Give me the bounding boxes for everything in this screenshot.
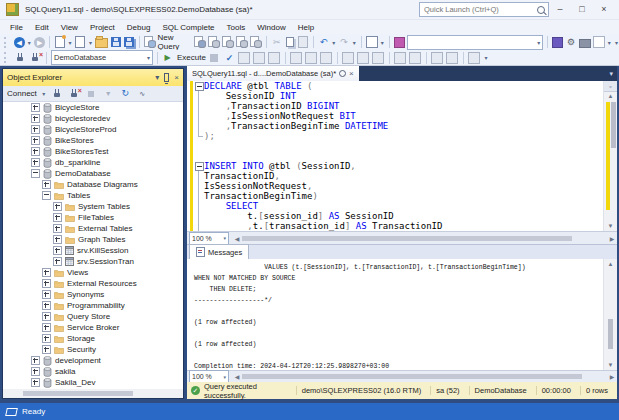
expand-icon[interactable] [42, 312, 51, 321]
scroll-left-icon[interactable]: ◀ [232, 235, 242, 242]
scroll-down-icon[interactable]: ▼ [604, 221, 617, 231]
query-tab[interactable]: SQLQuery11.sql - d....DemoDatabase (sa)*… [187, 66, 359, 81]
execute-button[interactable]: Execute [177, 53, 206, 62]
code-line[interactable]: t.[session_id] AS SessionID [187, 211, 604, 221]
menu-file[interactable]: File [4, 22, 29, 33]
tree-item[interactable]: BicycleStoreProd [3, 124, 183, 135]
expand-icon[interactable] [31, 125, 40, 134]
code-line[interactable]: ,t.[transaction_id] AS TransactionID [187, 221, 604, 231]
pin-icon[interactable] [164, 73, 169, 82]
messages-scroll-thumb[interactable] [608, 319, 613, 349]
toolbox-button[interactable] [579, 36, 591, 49]
expand-icon[interactable] [42, 180, 51, 189]
editor-hscrollbar[interactable] [242, 234, 607, 243]
new-analysis-query-button-1[interactable] [208, 36, 220, 49]
pin-tab-icon[interactable] [339, 70, 346, 77]
expand-icon[interactable] [53, 246, 62, 255]
menu-debug[interactable]: Debug [121, 22, 157, 33]
code-line[interactable] [187, 151, 604, 161]
tree-item[interactable]: Views [3, 267, 183, 278]
tree-item[interactable]: BikeStores [3, 135, 183, 146]
new-analysis-query-button-2[interactable] [222, 36, 234, 49]
tree-item[interactable]: DemoDatabase [3, 168, 183, 179]
disconnect-icon-button[interactable]: × [29, 51, 42, 64]
quick-launch-box[interactable] [419, 2, 549, 17]
collapse-icon[interactable] [31, 169, 40, 178]
code-line[interactable]: DECLARE @tbl TABLE ( [187, 81, 604, 91]
display-estimated-plan-button[interactable] [238, 51, 251, 64]
indent-button[interactable] [431, 51, 444, 64]
chevron-down-icon[interactable]: ▾ [223, 374, 226, 380]
command-window-button[interactable] [593, 36, 605, 49]
add-item-button[interactable] [75, 36, 86, 49]
tree-item[interactable]: Query Store [3, 311, 183, 322]
close-icon[interactable]: × [174, 73, 179, 82]
window-position-icon[interactable]: ▾ [155, 73, 159, 82]
code-line[interactable]: SELECT [187, 201, 604, 211]
client-statistics-button[interactable] [320, 51, 333, 64]
scroll-down-icon[interactable]: ▼ [604, 360, 617, 370]
copy-button[interactable] [284, 36, 295, 49]
quick-launch-input[interactable] [422, 4, 537, 15]
menu-help[interactable]: Help [292, 22, 320, 33]
code-line[interactable]: ,IsSessionNotRequest BIT [187, 111, 604, 121]
disconnect-icon[interactable]: × [68, 87, 81, 100]
paste-button[interactable] [298, 36, 309, 49]
chevron-down-icon[interactable]: ▾ [534, 39, 540, 46]
tree-item[interactable]: bicyclestoredev [3, 113, 183, 124]
navigate-forward-button[interactable]: ▶ [34, 36, 45, 49]
expand-icon[interactable] [42, 268, 51, 277]
undo-button[interactable]: ↶ [318, 36, 329, 49]
tree-item[interactable]: System Tables [3, 201, 183, 212]
tree-item[interactable]: srv.SessionTran [3, 256, 183, 267]
tree-item[interactable]: BicycleStore [3, 102, 183, 113]
new-file-button[interactable] [54, 36, 65, 49]
tree-item[interactable]: srv.KillSession [3, 245, 183, 256]
code-line[interactable]: ,TransactionID BIGINT [187, 101, 604, 111]
new-analysis-query-button-4[interactable] [250, 36, 262, 49]
uncomment-button[interactable] [409, 51, 422, 64]
redo-dropdown[interactable]: ▾ [352, 39, 357, 46]
open-file-button[interactable] [95, 36, 108, 49]
parse-button[interactable]: ✓ [223, 51, 236, 64]
collapse-icon[interactable] [42, 191, 51, 200]
command-window-dropdown[interactable]: ▾ [607, 39, 612, 46]
code-line[interactable]: INSERT INTO @tbl (SessionID, [187, 161, 604, 171]
activity-monitor-button[interactable] [366, 36, 378, 49]
expand-icon[interactable] [53, 224, 62, 233]
menu-window[interactable]: Window [251, 22, 291, 33]
stop-icon[interactable] [85, 87, 98, 100]
messages-tab[interactable]: Messages [189, 244, 249, 259]
tree-item[interactable]: External Resources [3, 278, 183, 289]
filter-icon[interactable]: ▼ [102, 87, 115, 100]
close-tab-icon[interactable]: × [349, 69, 354, 78]
connect-icon-button[interactable] [14, 51, 27, 64]
results-to-text-button[interactable] [342, 51, 355, 64]
refresh-icon[interactable]: ↻ [119, 87, 132, 100]
cancel-query-button[interactable] [208, 51, 221, 64]
toolbar-overflow-button[interactable]: ▾ [483, 54, 489, 61]
add-item-dropdown[interactable]: ▾ [88, 39, 93, 46]
intellisense-button[interactable] [268, 51, 281, 64]
menu-edit[interactable]: Edit [29, 22, 55, 33]
expand-icon[interactable] [31, 378, 40, 387]
code-area[interactable]: DECLARE @tbl TABLE ( SessionID INT ,Tran… [187, 81, 604, 231]
outdent-button[interactable] [446, 51, 459, 64]
close-button[interactable]: × [593, 4, 615, 16]
results-to-file-button[interactable] [372, 51, 385, 64]
new-query-button[interactable]: New Query [158, 33, 193, 51]
scroll-up-icon[interactable]: ▲ [604, 259, 617, 269]
expand-icon[interactable] [53, 202, 62, 211]
new-file-dropdown[interactable]: ▾ [67, 39, 72, 46]
tree-item[interactable]: Programmability [3, 300, 183, 311]
fold-collapse-icon[interactable] [195, 162, 204, 171]
expand-icon[interactable] [31, 114, 40, 123]
scroll-up-icon[interactable]: ▲ [604, 91, 617, 101]
query-options-button[interactable] [253, 51, 266, 64]
menu-view[interactable]: View [55, 22, 84, 33]
tab-list-dropdown[interactable]: ▾ [609, 70, 617, 81]
database-combo[interactable]: DemoDatabase ▾ [51, 50, 153, 65]
new-database-engine-query-button[interactable] [194, 36, 206, 49]
cut-button[interactable]: ✂ [271, 36, 282, 49]
code-line[interactable]: ); [187, 131, 604, 141]
